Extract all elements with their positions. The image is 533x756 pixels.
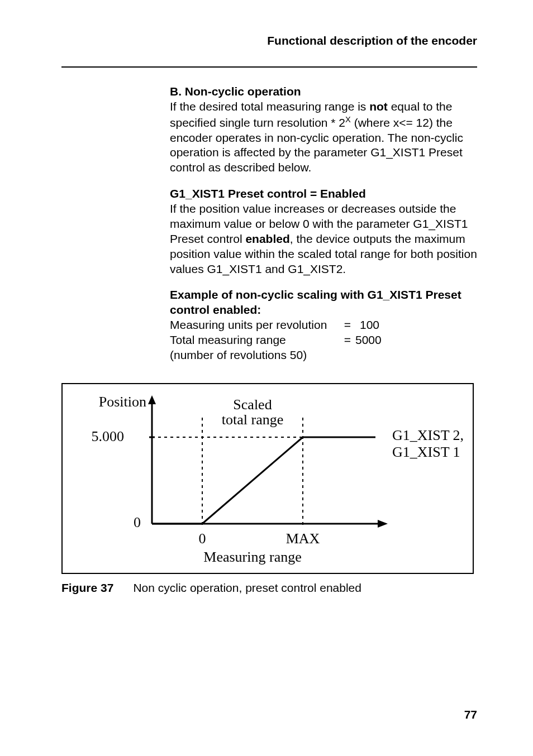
figure-caption: Figure 37 Non cyclic operation, preset c… [61, 581, 477, 596]
header-rule [61, 66, 477, 68]
svg-marker-1 [148, 395, 156, 404]
diagram-box: Position 5.000 0 Scaled total range 0 MA… [61, 383, 474, 574]
example-title: Example of non-cyclic scaling with G1_XI… [170, 288, 477, 318]
example-row-2-value: 5000 [351, 333, 382, 348]
example-row-1-label: Measuring units per revolution [170, 318, 337, 333]
word-not: not [369, 100, 388, 113]
page: Functional description of the encoder B.… [0, 0, 533, 756]
example-row-3-label: (number of revolutions 50) [170, 348, 307, 363]
y-tick-top: 5.000 [92, 428, 125, 444]
series-label-1: G1_XIST 2, [392, 427, 464, 443]
equals-sign: = [337, 333, 351, 348]
equals-sign: = [337, 318, 351, 333]
y-tick-bot: 0 [134, 514, 141, 530]
svg-marker-3 [378, 520, 388, 528]
diagram-svg: Position 5.000 0 Scaled total range 0 MA… [63, 384, 473, 573]
figure-wrap: Position 5.000 0 Scaled total range 0 MA… [61, 383, 477, 596]
body-column: B. Non-cyclic operation If the desired t… [170, 84, 477, 363]
section-b: B. Non-cyclic operation If the desired t… [170, 84, 477, 175]
example-row-2-label: Total measuring range [170, 333, 337, 348]
x-tick-max: MAX [286, 530, 320, 547]
word-enabled: en­abled [245, 232, 289, 245]
example-row-3: (number of revolutions 50) [170, 348, 477, 363]
series-label-2: G1_XIST 1 [392, 444, 460, 460]
example-row-1-value: 100 [351, 318, 379, 333]
svg-line-9 [202, 437, 303, 524]
example-row-2: Total measuring range = 5000 [170, 333, 477, 348]
scaled-label-2: total range [222, 412, 283, 428]
example-block: Example of non-cyclic scaling with G1_XI… [170, 288, 477, 362]
x-tick-0: 0 [199, 530, 206, 547]
page-number: 77 [464, 707, 477, 722]
example-row-1: Measuring units per revolution = 100 [170, 318, 477, 333]
section-g1-title: G1_XIST1 Preset control = Enabled [170, 187, 366, 200]
scaled-label-1: Scaled [233, 396, 272, 413]
figure-label: Figure 37 [61, 581, 113, 594]
section-g1: G1_XIST1 Preset control = Enabled If the… [170, 186, 477, 276]
figure-caption-text: Non cyclic operation, preset control ena… [133, 581, 361, 594]
section-b-text-1: If the desired total measuring range is [170, 100, 369, 113]
exponent-x: X [345, 115, 351, 124]
running-head: Functional description of the encoder [61, 34, 477, 52]
section-b-title: B. Non-cyclic operation [170, 85, 301, 98]
x-axis-label: Measuring range [203, 549, 301, 565]
y-axis-label: Position [99, 394, 146, 410]
